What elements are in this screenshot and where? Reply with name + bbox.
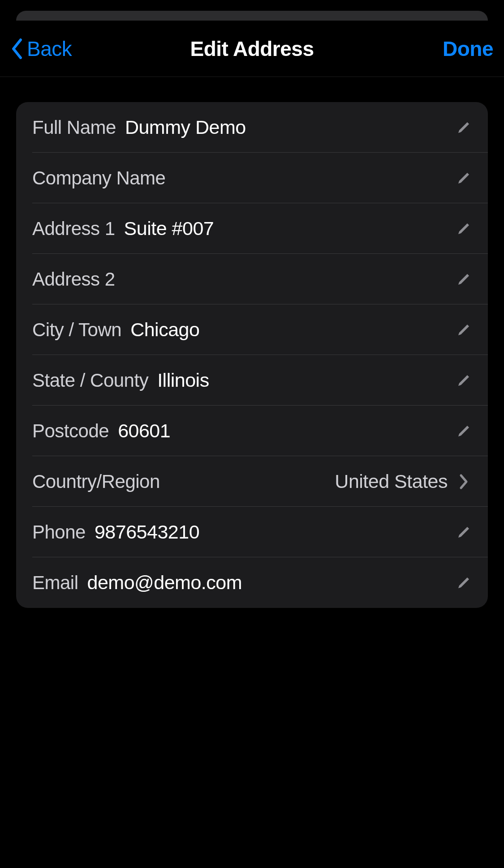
address-1-label: Address 1 [32, 218, 115, 239]
state-value: Illinois [157, 369, 453, 391]
email-row[interactable]: Email demo@demo.com [16, 557, 488, 608]
country-label: Country/Region [32, 471, 160, 492]
state-label: State / County [32, 370, 148, 391]
navigation-bar: Back Edit Address Done [0, 21, 504, 77]
page-title: Edit Address [190, 37, 314, 61]
pencil-icon [453, 218, 474, 239]
full-name-row[interactable]: Full Name Dummy Demo [16, 102, 488, 153]
pencil-icon [453, 522, 474, 543]
pencil-icon [453, 319, 474, 341]
city-row[interactable]: City / Town Chicago [16, 304, 488, 355]
done-button[interactable]: Done [404, 37, 493, 61]
address-1-value: Suite #007 [124, 218, 453, 239]
email-label: Email [32, 572, 78, 594]
company-name-row[interactable]: Company Name [16, 153, 488, 203]
state-row[interactable]: State / County Illinois [16, 355, 488, 406]
city-label: City / Town [32, 319, 121, 341]
done-label: Done [443, 37, 493, 60]
full-name-label: Full Name [32, 117, 116, 138]
pencil-icon [453, 167, 474, 189]
back-button[interactable]: Back [11, 37, 100, 61]
pencil-icon [453, 117, 474, 138]
phone-row[interactable]: Phone 9876543210 [16, 507, 488, 557]
phone-label: Phone [32, 522, 86, 543]
country-row[interactable]: Country/Region United States [16, 456, 488, 507]
address-2-label: Address 2 [32, 269, 115, 290]
address-1-row[interactable]: Address 1 Suite #007 [16, 203, 488, 254]
back-label: Back [27, 37, 72, 61]
address-form-card: Full Name Dummy Demo Company Name Addres… [16, 102, 488, 608]
postcode-row[interactable]: Postcode 60601 [16, 406, 488, 456]
pencil-icon [453, 269, 474, 290]
pencil-icon [453, 370, 474, 391]
country-value: United States [160, 470, 448, 492]
city-value: Chicago [130, 319, 453, 341]
phone-value: 9876543210 [95, 521, 453, 543]
company-name-label: Company Name [32, 167, 165, 189]
email-value: demo@demo.com [87, 572, 453, 594]
chevron-right-icon [453, 471, 474, 492]
pencil-icon [453, 572, 474, 594]
postcode-value: 60601 [118, 420, 453, 442]
pencil-icon [453, 420, 474, 442]
sheet-grabber[interactable] [16, 11, 488, 21]
full-name-value: Dummy Demo [125, 116, 453, 138]
address-2-row[interactable]: Address 2 [16, 254, 488, 304]
postcode-label: Postcode [32, 420, 109, 442]
chevron-left-icon [11, 38, 23, 60]
